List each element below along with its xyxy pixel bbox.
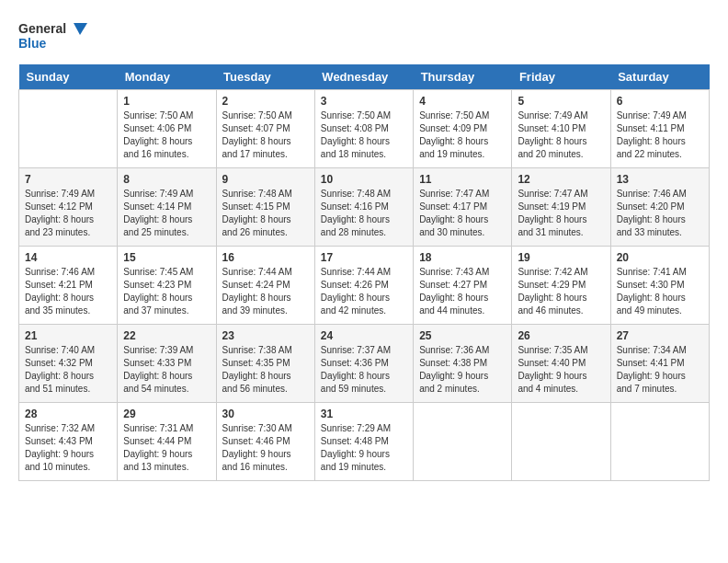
day-info: Sunrise: 7:30 AM Sunset: 4:46 PM Dayligh… (222, 422, 309, 474)
calendar-cell: 23Sunrise: 7:38 AM Sunset: 4:35 PM Dayli… (216, 325, 314, 403)
day-info: Sunrise: 7:44 AM Sunset: 4:24 PM Dayligh… (222, 266, 309, 317)
weekday-header: Wednesday (314, 64, 413, 90)
day-number: 30 (222, 408, 309, 420)
calendar-cell: 25Sunrise: 7:36 AM Sunset: 4:38 PM Dayli… (414, 325, 512, 403)
calendar-week-row: 14Sunrise: 7:46 AM Sunset: 4:21 PM Dayli… (19, 247, 710, 325)
day-info: Sunrise: 7:32 AM Sunset: 4:43 PM Dayligh… (25, 422, 111, 474)
calendar-header: SundayMondayTuesdayWednesdayThursdayFrid… (19, 64, 710, 90)
day-info: Sunrise: 7:36 AM Sunset: 4:38 PM Dayligh… (419, 344, 506, 396)
day-info: Sunrise: 7:38 AM Sunset: 4:35 PM Dayligh… (222, 344, 309, 396)
calendar-cell (512, 403, 610, 481)
day-number: 15 (123, 251, 210, 264)
day-number: 5 (518, 95, 604, 108)
calendar-cell: 12Sunrise: 7:47 AM Sunset: 4:19 PM Dayli… (512, 168, 610, 247)
calendar-cell: 16Sunrise: 7:44 AM Sunset: 4:24 PM Dayli… (216, 247, 314, 325)
calendar-table: SundayMondayTuesdayWednesdayThursdayFrid… (18, 64, 710, 481)
day-info: Sunrise: 7:47 AM Sunset: 4:19 PM Dayligh… (518, 188, 604, 239)
calendar-cell: 28Sunrise: 7:32 AM Sunset: 4:43 PM Dayli… (19, 403, 118, 481)
header-row: SundayMondayTuesdayWednesdayThursdayFrid… (19, 64, 710, 90)
calendar-cell (414, 403, 512, 481)
calendar-cell: 14Sunrise: 7:46 AM Sunset: 4:21 PM Dayli… (19, 247, 118, 325)
calendar-cell: 18Sunrise: 7:43 AM Sunset: 4:27 PM Dayli… (414, 247, 512, 325)
day-number: 3 (321, 95, 407, 108)
day-number: 10 (321, 173, 407, 186)
day-info: Sunrise: 7:50 AM Sunset: 4:07 PM Dayligh… (222, 109, 309, 161)
calendar-cell (610, 403, 709, 481)
day-number: 21 (25, 329, 111, 342)
day-number: 11 (419, 173, 506, 186)
day-info: Sunrise: 7:31 AM Sunset: 4:44 PM Dayligh… (123, 422, 210, 474)
calendar-cell: 2Sunrise: 7:50 AM Sunset: 4:07 PM Daylig… (216, 90, 314, 168)
calendar-cell: 7Sunrise: 7:49 AM Sunset: 4:12 PM Daylig… (19, 168, 118, 247)
day-number: 13 (617, 173, 703, 186)
day-info: Sunrise: 7:42 AM Sunset: 4:29 PM Dayligh… (518, 266, 604, 317)
day-number: 18 (419, 251, 506, 264)
calendar-cell: 30Sunrise: 7:30 AM Sunset: 4:46 PM Dayli… (216, 403, 314, 481)
day-info: Sunrise: 7:44 AM Sunset: 4:26 PM Dayligh… (321, 266, 407, 317)
day-number: 23 (222, 329, 309, 342)
day-number: 9 (222, 173, 309, 186)
calendar-cell: 27Sunrise: 7:34 AM Sunset: 4:41 PM Dayli… (610, 325, 709, 403)
day-number: 8 (123, 173, 210, 186)
day-number: 24 (321, 329, 407, 342)
day-number: 29 (123, 408, 210, 420)
calendar-cell: 26Sunrise: 7:35 AM Sunset: 4:40 PM Dayli… (512, 325, 610, 403)
calendar-cell: 6Sunrise: 7:49 AM Sunset: 4:11 PM Daylig… (610, 90, 709, 168)
weekday-header: Thursday (414, 64, 512, 90)
calendar-cell: 8Sunrise: 7:49 AM Sunset: 4:14 PM Daylig… (118, 168, 216, 247)
svg-text:Blue: Blue (18, 36, 47, 51)
calendar-body: 1Sunrise: 7:50 AM Sunset: 4:06 PM Daylig… (19, 90, 710, 481)
day-info: Sunrise: 7:50 AM Sunset: 4:09 PM Dayligh… (419, 109, 506, 161)
calendar-week-row: 1Sunrise: 7:50 AM Sunset: 4:06 PM Daylig… (19, 90, 710, 168)
day-info: Sunrise: 7:43 AM Sunset: 4:27 PM Dayligh… (419, 266, 506, 317)
day-number: 6 (617, 95, 703, 108)
calendar-cell: 24Sunrise: 7:37 AM Sunset: 4:36 PM Dayli… (314, 325, 413, 403)
calendar-cell: 15Sunrise: 7:45 AM Sunset: 4:23 PM Dayli… (118, 247, 216, 325)
day-info: Sunrise: 7:49 AM Sunset: 4:10 PM Dayligh… (518, 109, 604, 161)
header: GeneralBlue (18, 18, 710, 55)
weekday-header: Saturday (610, 64, 709, 90)
weekday-header: Friday (512, 64, 610, 90)
day-number: 25 (419, 329, 506, 342)
calendar-cell: 19Sunrise: 7:42 AM Sunset: 4:29 PM Dayli… (512, 247, 610, 325)
day-number: 7 (25, 173, 111, 186)
calendar-cell: 21Sunrise: 7:40 AM Sunset: 4:32 PM Dayli… (19, 325, 118, 403)
day-number: 31 (321, 408, 407, 420)
day-info: Sunrise: 7:37 AM Sunset: 4:36 PM Dayligh… (321, 344, 407, 396)
day-info: Sunrise: 7:34 AM Sunset: 4:41 PM Dayligh… (617, 344, 703, 396)
day-number: 27 (617, 329, 703, 342)
calendar-cell: 10Sunrise: 7:48 AM Sunset: 4:16 PM Dayli… (314, 168, 413, 247)
calendar-cell: 4Sunrise: 7:50 AM Sunset: 4:09 PM Daylig… (414, 90, 512, 168)
day-info: Sunrise: 7:40 AM Sunset: 4:32 PM Dayligh… (25, 344, 111, 396)
day-info: Sunrise: 7:46 AM Sunset: 4:20 PM Dayligh… (617, 188, 703, 239)
day-number: 20 (617, 251, 703, 264)
day-number: 2 (222, 95, 309, 108)
day-info: Sunrise: 7:35 AM Sunset: 4:40 PM Dayligh… (518, 344, 604, 396)
calendar-week-row: 21Sunrise: 7:40 AM Sunset: 4:32 PM Dayli… (19, 325, 710, 403)
day-info: Sunrise: 7:49 AM Sunset: 4:12 PM Dayligh… (25, 188, 111, 239)
day-info: Sunrise: 7:47 AM Sunset: 4:17 PM Dayligh… (419, 188, 506, 239)
day-number: 26 (518, 329, 604, 342)
calendar-cell: 22Sunrise: 7:39 AM Sunset: 4:33 PM Dayli… (118, 325, 216, 403)
day-info: Sunrise: 7:45 AM Sunset: 4:23 PM Dayligh… (123, 266, 210, 317)
day-number: 17 (321, 251, 407, 264)
day-number: 19 (518, 251, 604, 264)
calendar-cell: 11Sunrise: 7:47 AM Sunset: 4:17 PM Dayli… (414, 168, 512, 247)
calendar-cell: 3Sunrise: 7:50 AM Sunset: 4:08 PM Daylig… (314, 90, 413, 168)
calendar-week-row: 28Sunrise: 7:32 AM Sunset: 4:43 PM Dayli… (19, 403, 710, 481)
svg-marker-0 (74, 23, 87, 35)
day-info: Sunrise: 7:39 AM Sunset: 4:33 PM Dayligh… (123, 344, 210, 396)
day-info: Sunrise: 7:50 AM Sunset: 4:08 PM Dayligh… (321, 109, 407, 161)
weekday-header: Tuesday (216, 64, 314, 90)
calendar-cell: 1Sunrise: 7:50 AM Sunset: 4:06 PM Daylig… (118, 90, 216, 168)
day-info: Sunrise: 7:48 AM Sunset: 4:15 PM Dayligh… (222, 188, 309, 239)
day-number: 1 (123, 95, 210, 108)
weekday-header: Monday (118, 64, 216, 90)
day-info: Sunrise: 7:49 AM Sunset: 4:11 PM Dayligh… (617, 109, 703, 161)
day-info: Sunrise: 7:48 AM Sunset: 4:16 PM Dayligh… (321, 188, 407, 239)
day-number: 28 (25, 408, 111, 420)
weekday-header: Sunday (19, 64, 118, 90)
calendar-cell: 31Sunrise: 7:29 AM Sunset: 4:48 PM Dayli… (314, 403, 413, 481)
calendar-cell: 17Sunrise: 7:44 AM Sunset: 4:26 PM Dayli… (314, 247, 413, 325)
day-info: Sunrise: 7:29 AM Sunset: 4:48 PM Dayligh… (321, 422, 407, 474)
